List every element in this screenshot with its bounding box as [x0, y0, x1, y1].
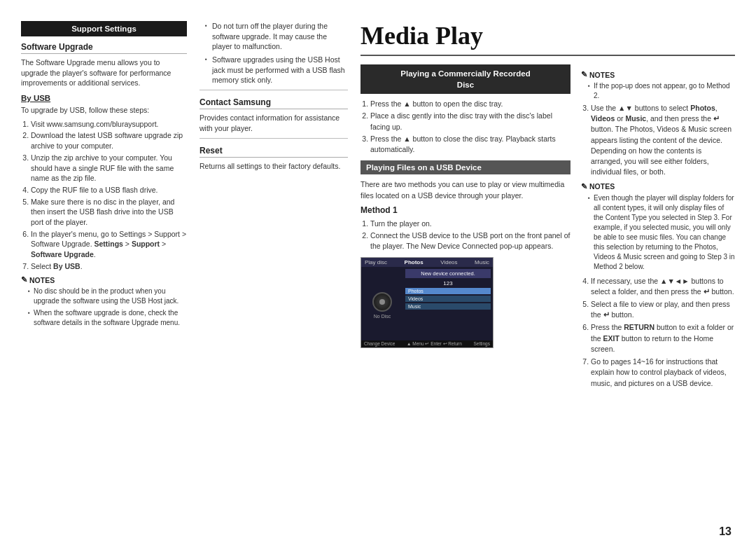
mid-bullet-2: Software upgrades using the USB Host jac… — [205, 55, 348, 85]
right-section: Media Play Playing a Commercially Record… — [360, 21, 735, 531]
screen-folder-photos: Photos — [405, 288, 491, 294]
disc-step-2: Place a disc gently into the disc tray w… — [370, 111, 570, 132]
disc-step-3: Press the ▲ button to close the disc tra… — [370, 134, 570, 155]
screen-videos: Videos — [440, 259, 457, 265]
usb-step-6: In the player's menu, go to Settings > S… — [31, 229, 187, 260]
usb-step-2: Download the latest USB software upgrade… — [31, 130, 187, 151]
left-note-1: No disc should be in the product when yo… — [28, 287, 187, 306]
more-steps: If necessary, use the ▲▼◄► buttons to se… — [581, 276, 735, 389]
usb-step-4: Copy the RUF file to a USB flash drive. — [31, 185, 187, 195]
notes-right-2-list: Even though the player will display fold… — [581, 193, 735, 272]
usb-intro: There are two methods you can use to pla… — [360, 179, 570, 200]
support-settings-header: Support Settings — [21, 21, 187, 36]
left-notes: NOTES No disc should be in the product w… — [21, 275, 187, 328]
notes-right-1: NOTES If the pop-up does not appear, go … — [581, 70, 735, 101]
continued-steps: Use the ▲▼ buttons to select Photos, Vid… — [581, 103, 735, 178]
step-7: Go to pages 14~16 for instructions that … — [591, 357, 735, 389]
software-upgrade-title: Software Upgrade — [21, 42, 187, 54]
left-notes-label: NOTES — [21, 275, 187, 284]
screen-photos: Photos — [405, 259, 424, 265]
method1-title: Method 1 — [360, 205, 570, 215]
page: Support Settings Software Upgrade The So… — [0, 0, 756, 552]
disc-icon — [372, 292, 392, 312]
screen-bottom-bar: Change Device ▲ Menu ↵ Enter ↩ Return Se… — [361, 340, 493, 347]
middle-column: Do not turn off the player during the so… — [200, 21, 360, 531]
step-5: Select a file to view or play, and then … — [591, 299, 735, 320]
screen-change-device: Change Device — [364, 341, 395, 347]
screen-folders: Photos Videos Music — [405, 288, 491, 310]
usb-step-3: Unzip the zip archive to your computer. … — [31, 153, 187, 184]
far-right-column: NOTES If the pop-up does not appear, go … — [581, 64, 735, 392]
notes-right-1-list: If the pop-up does not appear, go to Met… — [581, 81, 735, 101]
middle-bullets: Do not turn off the player during the so… — [200, 21, 348, 85]
screen-folder-videos: Videos — [405, 296, 491, 302]
notes-right-1-label: NOTES — [581, 70, 735, 79]
right-content: Playing a Commercially Recorded Disc Pre… — [360, 64, 735, 392]
screen-music: Music — [475, 259, 489, 265]
note-right-2-item-1: Even though the player will display fold… — [588, 193, 735, 272]
notes-right-2-label: NOTES — [581, 182, 735, 191]
screen-left-panel: No Disc — [361, 267, 403, 344]
left-column: Support Settings Software Upgrade The So… — [21, 21, 200, 531]
new-device-banner: New device connected. — [405, 269, 491, 278]
usb-step-5: Make sure there is no disc in the player… — [31, 197, 187, 228]
device-number: 123 — [405, 280, 491, 287]
mid-bullet-1: Do not turn off the player during the so… — [205, 21, 348, 52]
no-disc-label: No Disc — [374, 314, 391, 319]
disc-steps: Press the ▲ button to open the disc tray… — [360, 99, 570, 155]
screen-body: No Disc New device connected. 123 Photos… — [361, 267, 493, 344]
by-usb-steps: Visit www.samsung.com/bluraysupport. Dow… — [21, 119, 187, 272]
disc-step-1: Press the ▲ button to open the disc tray… — [370, 99, 570, 109]
left-note-2: When the software upgrade is done, check… — [28, 308, 187, 328]
software-upgrade-text: The Software Upgrade menu allows you to … — [21, 57, 187, 88]
by-usb-title: By USB — [21, 94, 187, 102]
left-notes-list: No disc should be in the product when yo… — [21, 287, 187, 328]
contact-samsung-text: Provides contact information for assista… — [200, 113, 348, 133]
note-right-1-item-1: If the pop-up does not appear, go to Met… — [588, 81, 735, 101]
usb-step-1: Visit www.samsung.com/bluraysupport. — [31, 119, 187, 130]
method1-steps: Turn the player on. Connect the USB devi… — [360, 219, 570, 252]
screen-top-bar: Play disc Photos Videos Music — [361, 258, 493, 267]
by-usb-intro: To upgrade by USB, follow these steps: — [21, 105, 187, 116]
usb-step-7: Select By USB. — [31, 261, 187, 272]
reset-title: Reset — [200, 146, 348, 158]
main-content: Playing a Commercially Recorded Disc Pre… — [360, 64, 581, 392]
media-play-title: Media Play — [360, 21, 735, 56]
screen-nav: ▲ Menu ↵ Enter ↩ Return — [407, 341, 462, 347]
screen-settings: Settings — [473, 341, 490, 347]
method1-step-2: Connect the USB device to the USB port o… — [370, 230, 570, 251]
usb-device-header: Playing Files on a USB Device — [360, 160, 570, 174]
playing-disc-header: Playing a Commercially Recorded Disc — [360, 64, 570, 94]
screen-mock: Play disc Photos Videos Music No Disc — [360, 257, 493, 348]
page-number: 13 — [719, 525, 732, 538]
disc-inner — [379, 299, 385, 305]
reset-text: Returns all settings to their factory de… — [200, 161, 348, 172]
step-6: Press the RETURN button to exit a folder… — [591, 322, 735, 354]
step-3: Use the ▲▼ buttons to select Photos, Vid… — [591, 103, 735, 178]
screen-play-disc: Play disc — [365, 259, 387, 265]
method1-step-1: Turn the player on. — [370, 219, 570, 229]
screen-folder-music: Music — [405, 303, 491, 310]
contact-samsung-title: Contact Samsung — [200, 97, 348, 109]
screen-main-panel: New device connected. 123 Photos Videos … — [403, 267, 493, 344]
step-4: If necessary, use the ▲▼◄► buttons to se… — [591, 276, 735, 297]
notes-right-2: NOTES Even though the player will displa… — [581, 182, 735, 272]
